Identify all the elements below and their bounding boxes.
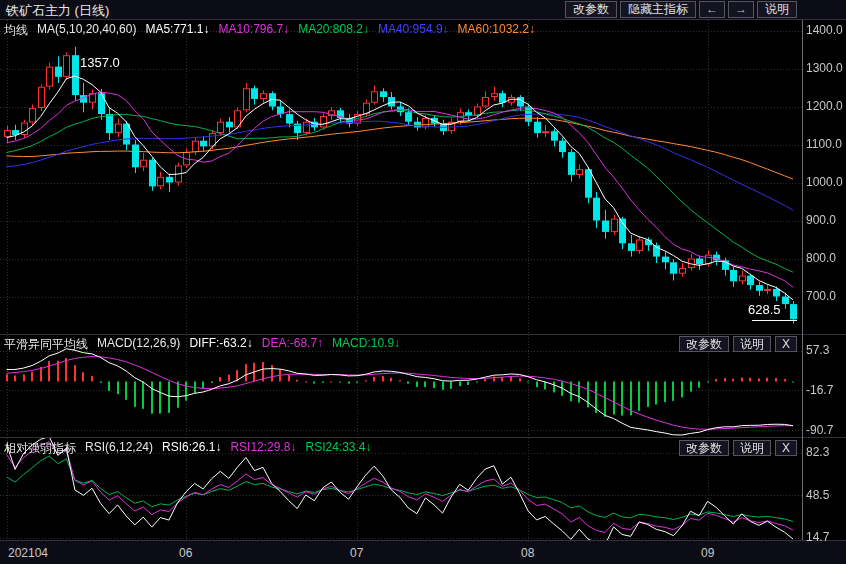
ma40-value: MA40:954.9↓ (378, 22, 449, 39)
rsi-params: RSI(6,12,24) (85, 440, 153, 457)
hide-main-indicator-button[interactable]: 隐藏主指标 (620, 1, 696, 18)
rsi-panel-buttons: 改参数 说明 X (679, 440, 797, 456)
x-axis-label: 07 (350, 546, 363, 560)
price-axis-label: 1200.0 (806, 99, 846, 113)
macd-axis-label: -90.7 (806, 423, 846, 437)
macd-help-button[interactable]: 说明 (733, 336, 771, 352)
diff-value: DIFF:-63.2↓ (189, 336, 252, 353)
macd-axis-label: 57.3 (806, 343, 846, 357)
chart-application-window: 铁矿石主力 (日线) 改参数 隐藏主指标 ← → 说明 均线 MA(5,10,2… (0, 0, 846, 564)
peak-price-label: 1357.0 (80, 55, 120, 70)
macd-axis-label: -16.7 (806, 383, 846, 397)
macd-value: MACD:10.9↓ (332, 336, 400, 353)
macd-change-params-button[interactable]: 改参数 (679, 336, 729, 352)
main-candlestick-chart[interactable] (0, 20, 802, 335)
last-price-label: 628.5 (748, 302, 781, 317)
price-axis-label: 1000.0 (806, 175, 846, 189)
rsi-axis-label: 14.7 (806, 530, 846, 544)
panel-separator (0, 437, 846, 438)
ma-params: MA(5,10,20,40,60) (37, 22, 136, 39)
rsi12-value: RSI12:29.8↓ (230, 440, 296, 457)
rsi-close-button[interactable]: X (775, 440, 797, 456)
macd-params: MACD(12,26,9) (97, 336, 180, 353)
ma-indicator-row: 均线 MA(5,10,20,40,60) MA5:771.1↓ MA10:796… (4, 22, 535, 39)
dea-value: DEA:-68.7↑ (262, 336, 323, 353)
last-price-underline (752, 320, 797, 321)
price-axis-label: 900.0 (806, 213, 846, 227)
scroll-left-button[interactable]: ← (699, 1, 725, 18)
rsi-axis-label: 48.5 (806, 488, 846, 502)
ma-indicator-name: 均线 (4, 22, 28, 39)
macd-close-button[interactable]: X (775, 336, 797, 352)
macd-indicator-row: 平滑异同平均线 MACD(12,26,9) DIFF:-63.2↓ DEA:-6… (4, 336, 400, 353)
macd-panel-buttons: 改参数 说明 X (679, 336, 797, 352)
ma10-value: MA10:796.7↓ (218, 22, 289, 39)
x-axis-label: 202104 (8, 546, 48, 560)
change-params-button[interactable]: 改参数 (565, 1, 617, 18)
x-axis-label: 06 (179, 546, 192, 560)
scroll-right-button[interactable]: → (728, 1, 754, 18)
x-axis-bar: 202104 06 07 08 09 (0, 540, 846, 564)
toolbar: 改参数 隐藏主指标 ← → 说明 (565, 1, 797, 18)
price-axis-label: 1100.0 (806, 137, 846, 151)
price-axis-label: 800.0 (806, 251, 846, 265)
x-axis-label: 08 (521, 546, 534, 560)
rsi-indicator-row: 相对强弱指标 RSI(6,12,24) RSI6:26.1↓ RSI12:29.… (4, 440, 372, 457)
price-axis-line (802, 20, 803, 540)
x-axis-label: 09 (701, 546, 714, 560)
ma60-value: MA60:1032.2↓ (458, 22, 535, 39)
help-button[interactable]: 说明 (757, 1, 797, 18)
panel-separator (0, 334, 846, 335)
rsi-help-button[interactable]: 说明 (733, 440, 771, 456)
price-axis-label: 1300.0 (806, 61, 846, 75)
rsi6-value: RSI6:26.1↓ (162, 440, 221, 457)
price-axis-label: 700.0 (806, 289, 846, 303)
symbol-title: 铁矿石主力 (日线) (6, 2, 109, 20)
rsi-indicator-name: 相对强弱指标 (4, 440, 76, 457)
app-header: 铁矿石主力 (日线) 改参数 隐藏主指标 ← → 说明 (0, 0, 846, 20)
ma5-value: MA5:771.1↓ (145, 22, 209, 39)
rsi24-value: RSI24:33.4↓ (305, 440, 371, 457)
rsi-axis-label: 82.3 (806, 445, 846, 459)
rsi-change-params-button[interactable]: 改参数 (679, 440, 729, 456)
price-axis-label: 1400.0 (806, 23, 846, 37)
ma20-value: MA20:808.2↓ (298, 22, 369, 39)
macd-indicator-name: 平滑异同平均线 (4, 336, 88, 353)
